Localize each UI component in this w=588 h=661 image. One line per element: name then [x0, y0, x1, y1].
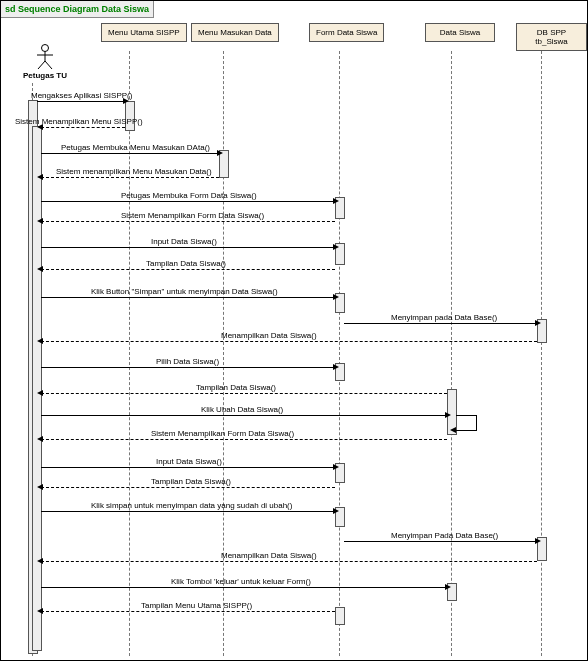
- message-arrow: [344, 541, 537, 542]
- arrowhead-icon: [37, 218, 43, 224]
- message-arrow: [41, 393, 447, 394]
- message-arrow: [41, 341, 537, 342]
- message-label: Tampilan Menu Utama SISPP(): [141, 601, 252, 610]
- message-label: Sistem Menampilkan Menu SISPP(): [15, 117, 143, 126]
- lifeline-line: [451, 51, 452, 656]
- lifeline-line: [129, 51, 130, 656]
- message-label: Petugas Membuka Menu Masukan DAta(): [61, 143, 210, 152]
- message-arrow: [41, 201, 335, 202]
- message-arrow: [41, 511, 335, 512]
- arrowhead-icon: [37, 608, 43, 614]
- arrowhead-icon: [535, 320, 541, 326]
- message-label: Menampilkan Data Siswa(): [221, 551, 317, 560]
- message-label: Sistem menampilkan Menu Masukan Data(): [56, 167, 212, 176]
- message-label: Sistem Menampilkan Form Data Siswa(): [121, 211, 264, 220]
- message-arrow: [41, 367, 335, 368]
- activation-bar: [125, 101, 135, 131]
- arrowhead-icon: [445, 412, 451, 418]
- message-arrow: [41, 439, 447, 440]
- message-label: Klik Tombol 'keluar' untuk keluar Form(): [171, 577, 311, 586]
- message-arrow: [41, 177, 219, 178]
- svg-point-0: [42, 45, 49, 52]
- message-arrow: [41, 297, 335, 298]
- arrowhead-icon: [37, 436, 43, 442]
- message-arrow: [41, 269, 335, 270]
- activation-bar: [335, 607, 345, 625]
- message-label: Menyimpan Pada Data Base(): [391, 531, 498, 540]
- message-label: Sistem Menampilkan Form Data Siswa(): [151, 429, 294, 438]
- arrowhead-icon: [535, 538, 541, 544]
- diagram-title: sd Sequence Diagram Data Siswa: [1, 1, 154, 18]
- svg-line-3: [38, 61, 45, 69]
- message-label: Petugas Membuka Form Data Siswa(): [121, 191, 257, 200]
- message-label: Tampilan Data Siswa(): [146, 259, 226, 268]
- message-arrow: [344, 323, 537, 324]
- message-label: Pilih Data Siswa(): [156, 357, 219, 366]
- arrowhead-icon: [333, 364, 339, 370]
- message-arrow: [41, 127, 125, 128]
- message-label: Input Data Siswa(): [151, 237, 217, 246]
- lifeline-menu-masukan: Menu Masukan Data: [191, 23, 279, 42]
- arrowhead-icon: [333, 198, 339, 204]
- arrowhead-icon: [37, 558, 43, 564]
- sequence-diagram: sd Sequence Diagram Data Siswa { "title"…: [0, 0, 588, 661]
- arrowhead-icon: [37, 266, 43, 272]
- message-label: Klik Button "Simpan" untuk menyimpan Dat…: [91, 287, 278, 296]
- lifeline-db-spp: DB SPP tb_Siswa: [516, 23, 587, 51]
- lifeline-data-siswa: Data Siswa: [425, 23, 495, 42]
- actor-petugas-tu: Petugas TU: [23, 44, 67, 80]
- arrowhead-icon: [333, 508, 339, 514]
- svg-line-4: [45, 61, 52, 69]
- message-arrow: [37, 101, 125, 102]
- arrowhead-icon: [333, 294, 339, 300]
- arrowhead-icon: [217, 150, 223, 156]
- arrowhead-icon: [333, 464, 339, 470]
- message-label: Klik Ubah Data Siswa(): [201, 405, 283, 414]
- activation-bar: [32, 126, 42, 651]
- message-arrow: [41, 153, 219, 154]
- message-label: Menyimpan pada Data Base(): [391, 313, 497, 322]
- actor-label: Petugas TU: [23, 71, 67, 80]
- lifeline-form-data: Form Data Siswa: [309, 23, 384, 42]
- arrowhead-icon: [333, 244, 339, 250]
- arrowhead-icon: [37, 174, 43, 180]
- lifeline-menu-utama: Menu Utama SISPP: [101, 23, 187, 42]
- message-arrow: [41, 247, 335, 248]
- message-label: Mengakses Aplikasi SISPP(): [31, 91, 132, 100]
- self-message: [456, 415, 477, 431]
- lifeline-line: [541, 51, 542, 656]
- lifeline-line: [223, 51, 224, 656]
- lifeline-line: [339, 51, 340, 656]
- arrowhead-icon: [123, 98, 129, 104]
- message-arrow: [41, 415, 447, 416]
- message-label: Tampilan Data Siswa(): [196, 383, 276, 392]
- message-label: Input Data Siswa(): [156, 457, 222, 466]
- arrowhead-icon: [37, 124, 43, 130]
- arrowhead-icon: [37, 338, 43, 344]
- arrowhead-icon: [445, 584, 451, 590]
- message-label: Tampilan Data Siswa(): [151, 477, 231, 486]
- message-label: Menampilkan Data Siswa(): [221, 331, 317, 340]
- message-arrow: [41, 611, 335, 612]
- message-arrow: [41, 561, 537, 562]
- message-arrow: [41, 467, 335, 468]
- message-arrow: [41, 487, 335, 488]
- arrowhead-icon: [37, 484, 43, 490]
- stick-figure-icon: [36, 44, 54, 70]
- arrowhead-icon: [37, 390, 43, 396]
- message-arrow: [41, 587, 447, 588]
- message-label: Klik simpan untuk menyimpan data yang su…: [91, 501, 292, 510]
- message-arrow: [41, 221, 335, 222]
